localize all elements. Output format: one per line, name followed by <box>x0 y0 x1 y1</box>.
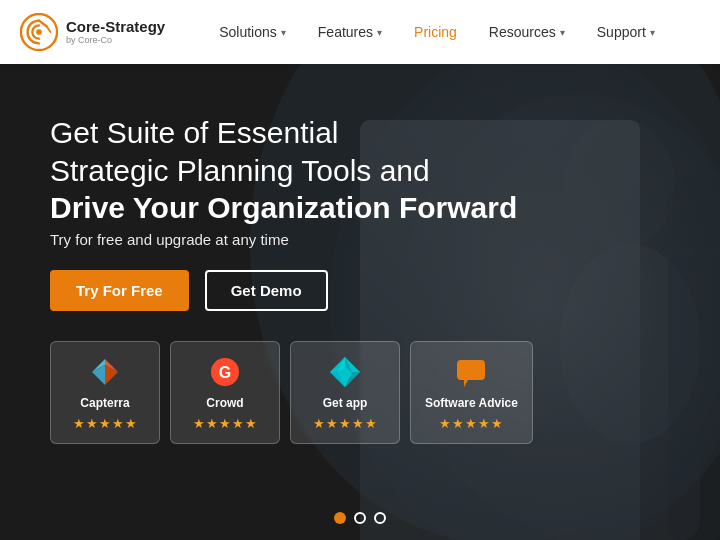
capterra-icon <box>87 354 123 390</box>
logo-icon <box>20 13 58 51</box>
chevron-down-icon: ▾ <box>281 27 286 38</box>
nav-resources[interactable]: Resources ▾ <box>475 16 579 48</box>
capterra-label: Capterra <box>80 396 129 410</box>
hero-buttons: Try For Free Get Demo <box>50 270 533 311</box>
hero-section: Get Suite of Essential Strategic Plannin… <box>0 64 720 540</box>
review-card-getapp: Get app ★★★★★ <box>290 341 400 444</box>
logo[interactable]: Core-Strategy by Core-Co <box>20 13 165 51</box>
chevron-down-icon: ▾ <box>560 27 565 38</box>
logo-text: Core-Strategy by Core-Co <box>66 19 165 46</box>
nav-pricing[interactable]: Pricing <box>400 16 471 48</box>
brand-name: Core-Strategy <box>66 19 165 36</box>
software-advice-stars: ★★★★★ <box>439 416 504 431</box>
svg-text:G: G <box>219 364 231 381</box>
nav-support[interactable]: Support ▾ <box>583 16 669 48</box>
hero-subtitle: Try for free and upgrade at any time <box>50 231 533 248</box>
hero-content: Get Suite of Essential Strategic Plannin… <box>50 114 533 444</box>
getapp-stars: ★★★★★ <box>313 416 378 431</box>
nav-links: Solutions ▾ Features ▾ Pricing Resources… <box>205 16 700 48</box>
hero-dots <box>334 512 386 524</box>
nav-features[interactable]: Features ▾ <box>304 16 396 48</box>
review-cards: Capterra ★★★★★ G Crowd ★★★★★ <box>50 341 533 444</box>
capterra-stars: ★★★★★ <box>73 416 138 431</box>
svg-marker-22 <box>464 380 468 387</box>
getapp-icon <box>327 354 363 390</box>
review-card-capterra: Capterra ★★★★★ <box>50 341 160 444</box>
svg-rect-21 <box>457 360 485 380</box>
crowd-icon: G <box>207 354 243 390</box>
navbar: Core-Strategy by Core-Co Solutions ▾ Fea… <box>0 0 720 64</box>
get-demo-button[interactable]: Get Demo <box>205 270 328 311</box>
crowd-label: Crowd <box>206 396 243 410</box>
dot-3[interactable] <box>374 512 386 524</box>
review-card-software-advice: Software Advice ★★★★★ <box>410 341 533 444</box>
crowd-stars: ★★★★★ <box>193 416 258 431</box>
chevron-down-icon: ▾ <box>377 27 382 38</box>
try-free-button[interactable]: Try For Free <box>50 270 189 311</box>
software-advice-icon <box>453 354 489 390</box>
hero-headline: Get Suite of Essential Strategic Plannin… <box>50 114 533 227</box>
dot-2[interactable] <box>354 512 366 524</box>
getapp-label: Get app <box>323 396 368 410</box>
nav-solutions[interactable]: Solutions ▾ <box>205 16 300 48</box>
software-advice-label: Software Advice <box>425 396 518 410</box>
dot-1[interactable] <box>334 512 346 524</box>
review-card-crowd: G Crowd ★★★★★ <box>170 341 280 444</box>
brand-sub: by Core-Co <box>66 35 165 45</box>
svg-point-1 <box>36 29 42 35</box>
chevron-down-icon: ▾ <box>650 27 655 38</box>
